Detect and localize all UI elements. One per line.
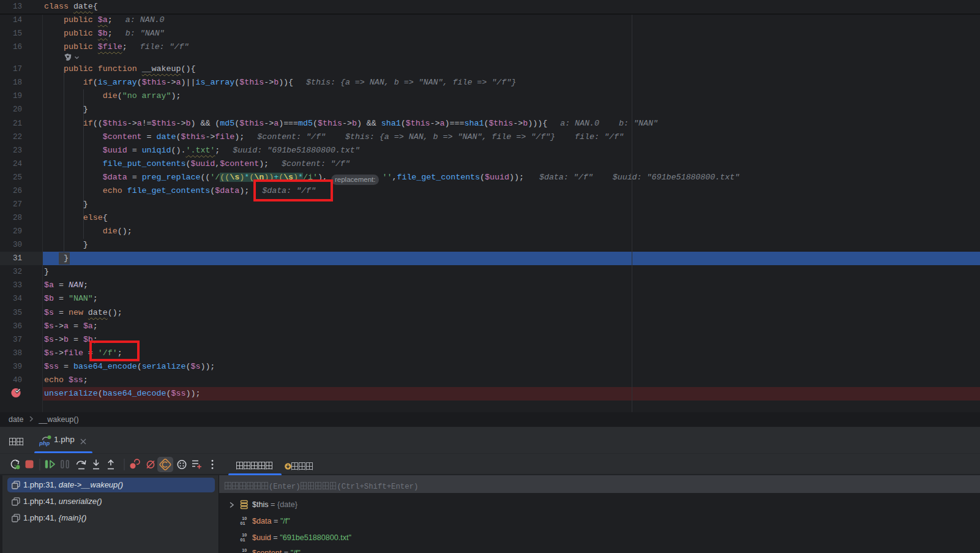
svg-text:php: php [39,440,50,446]
svg-text:01: 01 [241,537,245,543]
svg-text:01: 01 [241,521,245,526]
